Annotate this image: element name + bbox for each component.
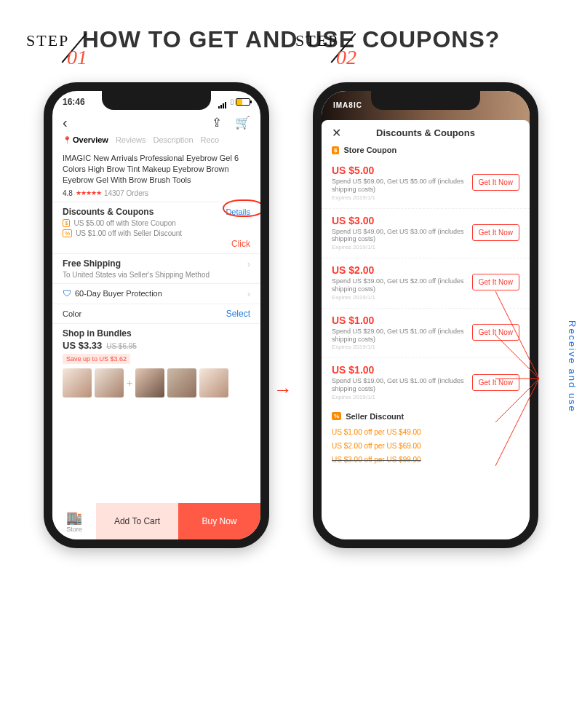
coupon-row: US $2.00Spend US $39.00, Get US $2.00 of… — [322, 258, 530, 309]
details-link[interactable]: Details — [226, 207, 250, 216]
store-button[interactable]: 🏬 Store — [52, 503, 96, 539]
coupon-badge-icon: $ — [63, 219, 70, 227]
coupon-expiry: Expires 2019/1/1 — [332, 394, 472, 400]
get-it-now-button[interactable]: Get It Now — [472, 374, 519, 391]
plus-icon: + — [127, 377, 132, 389]
coupon-row: US $5.00Spend US $69.00, Get US $5.00 of… — [322, 159, 530, 209]
product-tabs: 📍Overview Reviews Description Reco — [52, 135, 260, 149]
coupon-amount: US $3.00 — [332, 215, 472, 226]
get-it-now-button[interactable]: Get It Now — [472, 224, 519, 241]
buy-now-button[interactable]: Buy Now — [178, 503, 260, 539]
coupon-row: US $3.00Spend US $49.00, Get US $3.00 of… — [322, 209, 530, 259]
phone-notch — [102, 91, 211, 110]
coupon-condition: Spend US $19.00, Get US $1.00 off (inclu… — [332, 377, 472, 393]
bundle-thumb[interactable] — [135, 368, 164, 397]
product-title: IMAGIC New Arrivals Professional Eyebrow… — [63, 153, 250, 186]
store-coupon-tag-icon: $ — [332, 146, 339, 154]
get-it-now-button[interactable]: Get It Now — [472, 174, 519, 191]
page-title: HOW TO GET AND USE COUPONS? — [0, 0, 582, 53]
phone-frame-2: IMA8IC ✕ Discounts & Coupons $ Store Cou… — [313, 82, 538, 548]
coupon-amount: US $1.00 — [332, 314, 472, 326]
nav-bar: ‹ ⇪ 🛒 — [52, 107, 260, 135]
tab-description[interactable]: Description — [154, 135, 194, 144]
store-icon: 🏬 — [66, 510, 82, 526]
coupon-expiry: Expires 2019/1/1 — [332, 194, 472, 201]
coupon-line2: US $1.00 off with Seller Discount — [76, 229, 182, 237]
phone-notch — [371, 91, 480, 110]
rating-value: 4.8 — [63, 189, 73, 197]
bundle-old-price: US $6.95 — [106, 342, 137, 350]
bottom-bar: 🏬 Store Add To Cart Buy Now — [52, 503, 260, 539]
coupon-condition: Spend US $69.00, Get US $5.00 off (inclu… — [332, 178, 472, 194]
tab-reviews[interactable]: Reviews — [116, 135, 146, 144]
color-label: Color — [63, 309, 81, 318]
bundle-save-tag: Save up to US $3.62 — [63, 354, 130, 364]
free-shipping-heading: Free Shipping — [63, 258, 121, 269]
bundle-thumb[interactable] — [199, 368, 228, 397]
signal-icon — [218, 98, 228, 106]
back-icon[interactable]: ‹ — [63, 114, 68, 131]
step-word: STEP — [295, 31, 338, 50]
store-label: Store — [66, 526, 82, 533]
tab-recommend[interactable]: Reco — [201, 135, 220, 144]
add-to-cart-button[interactable]: Add To Cart — [96, 503, 178, 539]
coupon-amount: US $1.00 — [332, 364, 472, 376]
discount-badge-icon: % — [63, 229, 72, 237]
bundle-thumb[interactable] — [95, 368, 124, 397]
store-coupon-label: Store Coupon — [343, 146, 396, 154]
coupon-condition: Spend US $29.00, Get US $1.00 off (inclu… — [332, 328, 472, 344]
rating-stars-icon: ★★★★★ — [76, 189, 101, 197]
coupon-expiry: Expires 2019/1/1 — [332, 294, 472, 301]
tab-overview[interactable]: 📍Overview — [63, 135, 108, 144]
chevron-right-icon[interactable]: › — [247, 258, 250, 269]
get-it-now-button[interactable]: Get It Now — [472, 274, 519, 290]
step-number: 01 — [67, 46, 87, 69]
seller-discount-row: US $3.00 off per US $99.00 — [322, 453, 530, 467]
cart-icon[interactable]: 🛒 — [235, 115, 250, 130]
coupon-expiry: Expires 2019/1/1 — [332, 244, 472, 250]
bundles-heading: Shop in Bundles — [63, 328, 250, 339]
bundle-thumb[interactable] — [63, 368, 92, 397]
coupon-condition: Spend US $49.00, Get US $3.00 off (inclu… — [332, 228, 472, 244]
bundle-price: US $3.33 — [63, 340, 102, 351]
status-time: 16:46 — [63, 97, 85, 107]
shipping-sub: To United States via Seller's Shipping M… — [63, 271, 210, 279]
coupon-line1: US $5.00 off with Store Coupon — [73, 219, 175, 227]
seller-discount-row: US $2.00 off per US $69.00 — [322, 439, 530, 453]
arrow-right-icon: → — [274, 379, 292, 401]
receive-and-use-label: Receive and use — [567, 320, 578, 413]
seller-discount-row: US $1.00 off per US $49.00 — [322, 425, 530, 439]
get-it-now-button[interactable]: Get It Now — [472, 324, 519, 341]
seller-discount-tag-icon: % — [332, 412, 341, 420]
shield-icon: 🛡 — [63, 288, 71, 298]
discounts-heading: Discounts & Coupons — [63, 207, 154, 217]
step-word: STEP — [26, 31, 69, 50]
coupon-amount: US $5.00 — [332, 165, 472, 176]
coupon-row: US $1.00Spend US $19.00, Get US $1.00 of… — [322, 358, 530, 408]
step1-label: STEP 01 — [26, 31, 69, 50]
click-annotation: Click — [63, 239, 250, 249]
coupon-row: US $1.00Spend US $29.00, Get US $1.00 of… — [322, 309, 530, 359]
chevron-right-icon[interactable]: › — [247, 288, 250, 299]
step-number: 02 — [336, 46, 356, 69]
brand-logo: IMA8IC — [333, 101, 362, 109]
share-icon[interactable]: ⇪ — [212, 115, 222, 130]
seller-discount-label: Seller Discount — [346, 412, 404, 421]
bundle-thumbs: + — [63, 368, 250, 397]
select-color-link[interactable]: Select — [226, 309, 250, 319]
buyer-protection: 🛡60-Day Buyer Protection — [63, 288, 162, 298]
orders-count: 14307 Orders — [104, 189, 148, 197]
panel-title: Discounts & Coupons — [376, 127, 475, 138]
battery-icon — [236, 98, 250, 106]
coupon-expiry: Expires 2019/1/1 — [332, 344, 472, 350]
step2-label: STEP 02 — [295, 31, 338, 50]
coupon-amount: US $2.00 — [332, 264, 472, 276]
bundle-thumb[interactable] — [167, 368, 196, 397]
wifi-icon: 􀙇 — [231, 98, 234, 106]
coupon-condition: Spend US $39.00, Get US $2.00 off (inclu… — [332, 277, 472, 293]
close-icon[interactable]: ✕ — [332, 126, 341, 140]
phone-frame-1: 16:46 􀙇 ‹ ⇪ 🛒 📍Overview — [44, 82, 269, 548]
pin-icon: 📍 — [63, 136, 71, 144]
